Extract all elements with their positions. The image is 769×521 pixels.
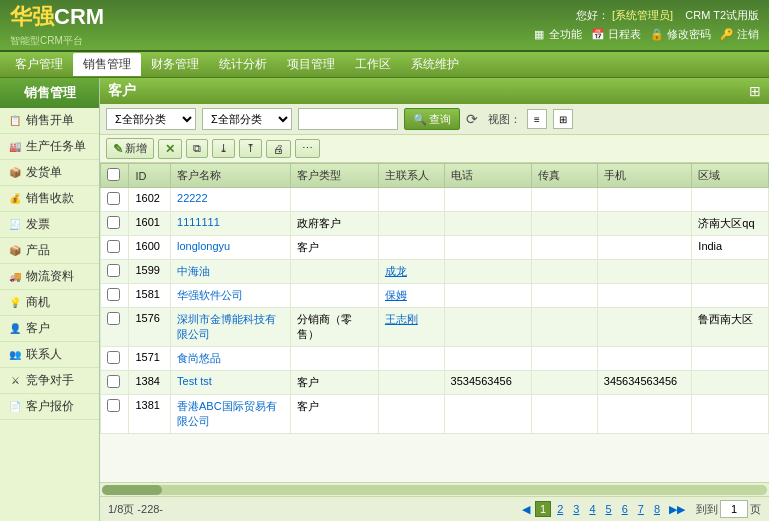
- cell-fax: [532, 236, 598, 260]
- table-row[interactable]: 1571 食尚悠品: [101, 347, 769, 371]
- sidebar-item-delivery[interactable]: 📦 发货单: [0, 160, 99, 186]
- nav-item-stats[interactable]: 统计分析: [209, 53, 277, 76]
- cell-name: 中海油: [171, 260, 291, 284]
- row-checkbox[interactable]: [107, 288, 120, 301]
- cell-mobile: [597, 188, 692, 212]
- logistics-icon: 🚚: [8, 270, 22, 284]
- sidebar-item-quote[interactable]: 📄 客户报价: [0, 394, 99, 420]
- row-checkbox[interactable]: [107, 399, 120, 412]
- select-all-checkbox[interactable]: [107, 168, 120, 181]
- cell-region: [692, 395, 769, 434]
- expand-icon[interactable]: ⊞: [749, 83, 761, 99]
- import-button[interactable]: ⤓: [212, 139, 235, 158]
- toolbar: Σ全部分类 Σ全部分类 🔍 查询 ⟳ 视图： ≡ ⊞: [100, 104, 769, 135]
- next-page-button[interactable]: ▶▶: [666, 503, 688, 516]
- sidebar-item-sales-order[interactable]: 📋 销售开单: [0, 108, 99, 134]
- sidebar-item-invoice[interactable]: 🧾 发票: [0, 212, 99, 238]
- table-row[interactable]: 1602 22222: [101, 188, 769, 212]
- col-header-fax: 传真: [532, 164, 598, 188]
- sidebar: 销售管理 📋 销售开单 🏭 生产任务单 📦 发货单 💰 销售收款 🧾 发票 📦 …: [0, 78, 100, 521]
- cell-fax: [532, 284, 598, 308]
- customer-table: ID 客户名称 客户类型 主联系人 电话 传真 手机 区域 1602 22222: [100, 163, 769, 434]
- table-row[interactable]: 1576 深圳市金博能科技有限公司 分销商（零售） 王志刚 鲁西南大区: [101, 308, 769, 347]
- user-link[interactable]: [系统管理员]: [612, 9, 673, 21]
- all-func-button[interactable]: ▦ 全功能: [531, 27, 582, 43]
- nav-item-system[interactable]: 系统维护: [401, 53, 469, 76]
- horizontal-scrollbar[interactable]: [100, 482, 769, 496]
- row-checkbox[interactable]: [107, 312, 120, 325]
- delete-button[interactable]: ✕: [158, 139, 182, 159]
- filter1-select[interactable]: Σ全部分类: [106, 108, 196, 130]
- page-4-button[interactable]: 4: [585, 502, 599, 516]
- logo-sub: 智能型CRM平台: [10, 34, 104, 48]
- sidebar-item-logistics[interactable]: 🚚 物流资料: [0, 264, 99, 290]
- sidebar-item-opportunity[interactable]: 💡 商机: [0, 290, 99, 316]
- table-row[interactable]: 1384 Test tst 客户 3534563456 345634563456: [101, 371, 769, 395]
- prev-page-button[interactable]: ◀: [519, 503, 533, 516]
- cell-phone: [444, 284, 532, 308]
- sidebar-item-customer[interactable]: 👤 客户: [0, 316, 99, 342]
- diary-button[interactable]: 📅 日程表: [590, 27, 641, 43]
- goto-input[interactable]: [720, 500, 748, 518]
- search-input[interactable]: [298, 108, 398, 130]
- new-button[interactable]: ✎ 新增: [106, 138, 154, 159]
- row-checkbox[interactable]: [107, 351, 120, 364]
- refresh-icon[interactable]: ⟳: [466, 111, 478, 127]
- cell-mobile: 345634563456: [597, 371, 692, 395]
- col-header-region: 区域: [692, 164, 769, 188]
- cell-name: Test tst: [171, 371, 291, 395]
- nav-item-project[interactable]: 项目管理: [277, 53, 345, 76]
- page-3-button[interactable]: 3: [569, 502, 583, 516]
- table-row[interactable]: 1601 1111111 政府客户 济南大区qq: [101, 212, 769, 236]
- search-button[interactable]: 🔍 查询: [404, 108, 460, 130]
- print-button[interactable]: 🖨: [266, 140, 291, 158]
- cell-name: 香港ABC国际贸易有限公司: [171, 395, 291, 434]
- more-button[interactable]: ⋯: [295, 139, 320, 158]
- cell-id: 1571: [129, 347, 171, 371]
- header-user: 您好： [系统管理员] CRM T2试用版: [576, 8, 759, 23]
- cell-name: longlongyu: [171, 236, 291, 260]
- view-grid-button[interactable]: ⊞: [553, 109, 573, 129]
- table-row[interactable]: 1600 longlongyu 客户 India: [101, 236, 769, 260]
- nav-item-customer[interactable]: 客户管理: [5, 53, 73, 76]
- nav-item-finance[interactable]: 财务管理: [141, 53, 209, 76]
- logo-text: 华强CRM: [10, 2, 104, 32]
- page-6-button[interactable]: 6: [618, 502, 632, 516]
- row-checkbox[interactable]: [107, 192, 120, 205]
- competitor-icon: ⚔: [8, 374, 22, 388]
- sidebar-item-production[interactable]: 🏭 生产任务单: [0, 134, 99, 160]
- page-8-button[interactable]: 8: [650, 502, 664, 516]
- row-checkbox[interactable]: [107, 264, 120, 277]
- row-checkbox[interactable]: [107, 375, 120, 388]
- table-row[interactable]: 1599 中海油 成龙: [101, 260, 769, 284]
- row-checkbox[interactable]: [107, 240, 120, 253]
- page-nav: ◀ 1 2 3 4 5 6 7 8 ▶▶ 到到 页: [519, 500, 761, 518]
- print-icon: 🖨: [273, 143, 284, 155]
- cell-id: 1381: [129, 395, 171, 434]
- sidebar-item-contact[interactable]: 👥 联系人: [0, 342, 99, 368]
- cell-type: [291, 260, 379, 284]
- row-checkbox[interactable]: [107, 216, 120, 229]
- page-2-button[interactable]: 2: [553, 502, 567, 516]
- change-pwd-button[interactable]: 🔒 修改密码: [649, 27, 711, 43]
- sidebar-item-product[interactable]: 📦 产品: [0, 238, 99, 264]
- sidebar-item-payment[interactable]: 💰 销售收款: [0, 186, 99, 212]
- cell-region: [692, 347, 769, 371]
- page-5-button[interactable]: 5: [602, 502, 616, 516]
- table-row[interactable]: 1381 香港ABC国际贸易有限公司 客户: [101, 395, 769, 434]
- filter2-select[interactable]: Σ全部分类: [202, 108, 292, 130]
- nav-item-workspace[interactable]: 工作区: [345, 53, 401, 76]
- logout-button[interactable]: 🔑 注销: [719, 27, 759, 43]
- sidebar-item-competitor[interactable]: ⚔ 竞争对手: [0, 368, 99, 394]
- copy-button[interactable]: ⧉: [186, 139, 208, 158]
- cell-mobile: [597, 284, 692, 308]
- cell-region: [692, 260, 769, 284]
- page-1-button[interactable]: 1: [535, 501, 551, 517]
- production-icon: 🏭: [8, 140, 22, 154]
- cell-mobile: [597, 395, 692, 434]
- nav-item-sales[interactable]: 销售管理: [73, 53, 141, 76]
- view-list-button[interactable]: ≡: [527, 109, 547, 129]
- table-row[interactable]: 1581 华强软件公司 保姆: [101, 284, 769, 308]
- page-7-button[interactable]: 7: [634, 502, 648, 516]
- export-button[interactable]: ⤒: [239, 139, 262, 158]
